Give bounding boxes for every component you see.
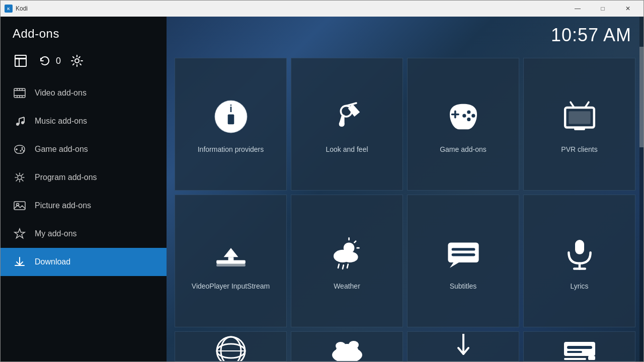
svg-text:i: i xyxy=(229,103,232,114)
picture-icon xyxy=(13,199,27,213)
addon-label-pvr-clients: PVR clients xyxy=(561,145,597,154)
nav-items: Video add-ons Music add-ons xyxy=(1,79,167,361)
window-controls: — □ ✕ xyxy=(566,1,639,17)
svg-rect-40 xyxy=(227,114,234,124)
game-addons-icon xyxy=(443,97,484,137)
gamepad-icon xyxy=(13,142,27,156)
sidebar-item-picture-label: Picture add-ons xyxy=(35,201,91,210)
bottom-card-1[interactable] xyxy=(175,331,287,361)
sidebar-item-download-label: Download xyxy=(35,257,70,266)
svg-line-65 xyxy=(338,264,339,268)
svg-point-23 xyxy=(20,150,22,152)
svg-point-24 xyxy=(23,150,25,152)
lyrics-icon xyxy=(559,233,600,274)
svg-line-28 xyxy=(16,179,18,181)
right-panel: 10:57 AM i Inf xyxy=(167,17,643,361)
sidebar-item-my-addons[interactable]: My add-ons xyxy=(1,220,167,248)
addon-card-videoplayer-inputstream[interactable]: VideoPlayer InputStream xyxy=(175,195,287,327)
addon-card-weather[interactable]: Weather xyxy=(291,195,403,327)
svg-rect-70 xyxy=(451,248,475,250)
sidebar: Add-ons xyxy=(1,17,167,361)
addons-icon-button[interactable] xyxy=(13,53,29,69)
bottom-partial-row xyxy=(167,331,643,361)
pvr-clients-icon xyxy=(559,97,600,137)
svg-rect-89 xyxy=(588,356,595,360)
svg-point-82 xyxy=(349,341,359,349)
clock-display: 10:57 AM xyxy=(551,25,631,46)
svg-text:K: K xyxy=(7,7,10,11)
svg-rect-71 xyxy=(451,253,475,256)
information-providers-icon: i xyxy=(211,97,251,137)
minimize-button[interactable]: — xyxy=(566,1,589,17)
svg-rect-35 xyxy=(14,202,25,210)
addon-card-information-providers[interactable]: i Information providers xyxy=(175,58,287,191)
sidebar-item-video[interactable]: Video add-ons xyxy=(1,79,167,107)
svg-point-43 xyxy=(339,121,344,127)
refresh-button[interactable] xyxy=(37,53,53,69)
addon-label-videoplayer-inputstream: VideoPlayer InputStream xyxy=(192,282,270,291)
sidebar-item-program[interactable]: Program add-ons xyxy=(1,163,167,192)
svg-marker-69 xyxy=(450,262,459,268)
svg-point-47 xyxy=(471,114,475,118)
svg-line-66 xyxy=(343,265,344,268)
bottom-card-4[interactable] xyxy=(523,331,635,361)
addon-label-information-providers: Information providers xyxy=(198,145,264,154)
svg-line-27 xyxy=(21,174,23,176)
videoplayer-inputstream-icon xyxy=(211,233,251,274)
addon-label-lyrics: Lyrics xyxy=(570,282,588,291)
svg-rect-52 xyxy=(574,128,585,130)
settings-button[interactable] xyxy=(69,53,85,69)
window-title: Kodi xyxy=(16,5,566,12)
app-window: K Kodi — □ ✕ Add-ons xyxy=(0,0,644,362)
addon-card-game-addons[interactable]: Game add-ons xyxy=(407,58,519,191)
addon-card-subtitles[interactable]: Subtitles xyxy=(407,195,519,327)
sidebar-item-program-label: Program add-ons xyxy=(35,173,97,182)
gear-icon xyxy=(69,53,85,69)
maximize-button[interactable]: □ xyxy=(591,1,614,17)
svg-rect-88 xyxy=(567,351,582,353)
sidebar-item-picture[interactable]: Picture add-ons xyxy=(1,192,167,220)
svg-point-64 xyxy=(340,250,352,259)
svg-point-81 xyxy=(336,342,346,350)
titlebar: K Kodi — □ ✕ xyxy=(1,1,643,17)
svg-line-26 xyxy=(16,174,18,176)
svg-point-49 xyxy=(467,118,470,121)
sidebar-item-game-label: Game add-ons xyxy=(35,145,88,154)
program-icon xyxy=(13,170,27,185)
box-icon xyxy=(13,53,29,69)
svg-rect-51 xyxy=(569,111,590,124)
addon-label-weather: Weather xyxy=(334,282,360,291)
svg-point-46 xyxy=(467,110,470,114)
sidebar-item-my-addons-label: My add-ons xyxy=(35,229,77,238)
svg-point-48 xyxy=(462,114,466,118)
main-content: Add-ons xyxy=(1,17,643,361)
sidebar-item-download[interactable]: Download xyxy=(1,248,167,276)
svg-rect-72 xyxy=(575,240,584,254)
svg-line-19 xyxy=(19,117,24,119)
refresh-count: 0 xyxy=(56,56,61,66)
refresh-icon xyxy=(37,53,53,69)
svg-line-67 xyxy=(347,264,348,268)
music-icon xyxy=(13,114,27,128)
addon-card-lyrics[interactable]: Lyrics xyxy=(523,195,635,327)
svg-point-5 xyxy=(75,59,79,63)
bottom-card-3[interactable] xyxy=(407,331,519,361)
svg-line-29 xyxy=(21,179,23,181)
svg-rect-90 xyxy=(564,358,586,360)
addon-label-look-and-feel: Look and feel xyxy=(326,145,368,154)
close-button[interactable]: ✕ xyxy=(616,1,639,17)
look-and-feel-icon xyxy=(327,97,367,137)
svg-line-60 xyxy=(354,241,356,243)
download-icon xyxy=(13,255,27,269)
addon-label-subtitles: Subtitles xyxy=(450,282,477,291)
sidebar-item-music[interactable]: Music add-ons xyxy=(1,107,167,135)
svg-rect-56 xyxy=(216,264,246,266)
addon-card-look-and-feel[interactable]: Look and feel xyxy=(291,58,403,191)
svg-rect-87 xyxy=(567,346,592,349)
right-content: 10:57 AM i Inf xyxy=(167,17,643,361)
sidebar-item-game[interactable]: Game add-ons xyxy=(1,135,167,163)
svg-point-30 xyxy=(18,175,22,179)
addon-card-pvr-clients[interactable]: PVR clients xyxy=(523,58,635,191)
refresh-area: 0 xyxy=(37,53,61,69)
bottom-card-2[interactable] xyxy=(291,331,403,361)
